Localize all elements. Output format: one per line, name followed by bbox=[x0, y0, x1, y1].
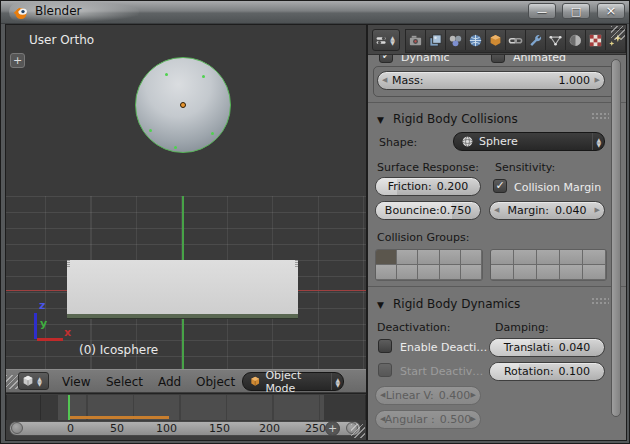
bounciness-slider[interactable]: Bouncine: 0.750 bbox=[375, 201, 481, 220]
rotation-label: Rotation: bbox=[504, 365, 554, 378]
3d-viewport[interactable]: User Ortho + z y x (0) Icosphere bbox=[6, 25, 366, 369]
group-toggle[interactable] bbox=[560, 265, 583, 280]
dynamics-panel-title: Rigid Body Dynamics bbox=[393, 297, 520, 311]
group-toggle[interactable] bbox=[514, 265, 537, 280]
tab-constraints[interactable] bbox=[506, 30, 526, 50]
titlebar[interactable]: Blender — □ × bbox=[1, 1, 630, 24]
tab-material[interactable] bbox=[566, 30, 586, 50]
group-toggle[interactable] bbox=[397, 250, 418, 265]
increment-icon: ▶ bbox=[471, 415, 476, 423]
group-toggle[interactable] bbox=[514, 250, 537, 265]
damping-label: Damping: bbox=[495, 321, 549, 334]
group-toggle[interactable] bbox=[461, 265, 482, 280]
tick-label: 150 bbox=[209, 422, 230, 435]
tab-scene[interactable] bbox=[446, 30, 466, 50]
editor-type-button[interactable]: ▲▼ bbox=[18, 372, 49, 390]
dynamics-panel-header[interactable]: ▼ Rigid Body Dynamics bbox=[377, 293, 617, 307]
group-toggle[interactable] bbox=[440, 265, 461, 280]
menu-add[interactable]: Add bbox=[158, 375, 181, 389]
panel-grip-icon[interactable] bbox=[591, 297, 609, 304]
group-toggle[interactable] bbox=[376, 265, 397, 280]
group-toggle[interactable] bbox=[537, 250, 560, 265]
mode-selector-label: Object Mode bbox=[265, 369, 331, 395]
world-icon bbox=[468, 33, 483, 48]
angular-velocity-label: Angular : bbox=[385, 413, 435, 426]
deactivation-label: Deactivation: bbox=[377, 321, 450, 334]
area-corner-widget[interactable] bbox=[611, 26, 625, 40]
group-toggle-active[interactable] bbox=[376, 250, 397, 265]
timeline-add-button[interactable]: + bbox=[325, 421, 340, 436]
linear-velocity-label: Linear V: bbox=[386, 389, 434, 402]
group-toggle[interactable] bbox=[461, 250, 482, 265]
separator bbox=[368, 286, 626, 287]
maximize-button[interactable]: □ bbox=[562, 3, 590, 19]
angular-velocity-field[interactable]: ◀ Angular : 0.500 ▶ bbox=[375, 410, 481, 429]
tab-render[interactable] bbox=[406, 30, 426, 50]
collision-margin-label: Collision Margin bbox=[514, 181, 601, 194]
sensitivity-label: Sensitivity: bbox=[495, 161, 555, 174]
menu-object[interactable]: Object bbox=[196, 375, 235, 389]
close-button[interactable]: × bbox=[597, 3, 625, 19]
animated-checkbox[interactable] bbox=[491, 55, 505, 63]
friction-slider[interactable]: Friction: 0.200 bbox=[375, 177, 481, 196]
collisions-panel-header[interactable]: ▼ Rigid Body Collisions bbox=[377, 108, 617, 122]
group-toggle[interactable] bbox=[583, 250, 606, 265]
physics-panel-content: ✓ Dynamic Animated ◀ Mass: 1.000 ▶ ▼ Rig… bbox=[368, 55, 626, 440]
start-deactivated-checkbox[interactable] bbox=[378, 363, 392, 377]
expand-region-button[interactable]: + bbox=[10, 53, 25, 68]
playhead[interactable] bbox=[68, 395, 70, 420]
group-toggle[interactable] bbox=[583, 265, 606, 280]
increment-icon: ▶ bbox=[595, 206, 600, 214]
tab-world[interactable] bbox=[466, 30, 486, 50]
3d-view-editor-icon bbox=[21, 374, 35, 388]
properties-scrollbar[interactable] bbox=[611, 59, 621, 417]
group-toggle[interactable] bbox=[418, 265, 439, 280]
group-toggle[interactable] bbox=[491, 265, 514, 280]
tab-object[interactable] bbox=[486, 30, 506, 50]
translation-label: Translati: bbox=[504, 341, 554, 354]
mode-selector[interactable]: Object Mode ▲▼ bbox=[242, 372, 344, 391]
translation-value: 0.040 bbox=[559, 341, 591, 354]
group-toggle[interactable] bbox=[418, 250, 439, 265]
dynamic-checkbox[interactable]: ✓ bbox=[379, 55, 393, 63]
mass-field[interactable]: ◀ Mass: 1.000 ▶ bbox=[377, 71, 605, 90]
tab-texture[interactable] bbox=[586, 30, 606, 50]
panel-grip-icon[interactable] bbox=[591, 112, 609, 119]
timeline-track[interactable] bbox=[6, 395, 366, 420]
translation-damping-slider[interactable]: Translati: 0.040 bbox=[489, 338, 605, 357]
group-toggle[interactable] bbox=[440, 250, 461, 265]
constraints-icon bbox=[508, 33, 523, 48]
check-icon: ✓ bbox=[381, 55, 390, 62]
editor-type-button[interactable]: ▲▼ bbox=[372, 29, 400, 51]
shape-value: Sphere bbox=[479, 135, 518, 148]
shape-dropdown[interactable]: Sphere ▲▼ bbox=[453, 132, 605, 151]
timeline-editor[interactable]: 0 50 100 150 200 250 + bbox=[6, 393, 366, 440]
tick-label: 200 bbox=[259, 422, 280, 435]
gizmo-y-label: y bbox=[40, 317, 47, 330]
group-toggle[interactable] bbox=[491, 250, 514, 265]
area-corner-widget[interactable] bbox=[351, 424, 365, 438]
ground-plane-object[interactable] bbox=[67, 260, 298, 319]
margin-field[interactable]: ◀ Margin: 0.040 ▶ bbox=[489, 201, 605, 220]
group-toggle[interactable] bbox=[560, 250, 583, 265]
tab-render-layers[interactable] bbox=[426, 30, 446, 50]
decrement-icon: ◀ bbox=[380, 415, 385, 423]
tab-object-data[interactable] bbox=[546, 30, 566, 50]
object-mode-cube-icon bbox=[249, 375, 261, 388]
menu-view[interactable]: View bbox=[62, 375, 90, 389]
scene-icon bbox=[448, 33, 463, 48]
linear-velocity-field[interactable]: ◀ Linear V: 0.400 ▶ bbox=[375, 386, 481, 405]
properties-editor: ▲▼ bbox=[368, 25, 626, 440]
collision-margin-checkbox[interactable]: ✓ bbox=[493, 179, 507, 193]
gizmo-x-axis bbox=[37, 338, 63, 341]
rotation-damping-slider[interactable]: Rotation: 0.100 bbox=[489, 362, 605, 381]
group-toggle[interactable] bbox=[537, 265, 560, 280]
render-layers-icon bbox=[428, 33, 443, 48]
minimize-button[interactable]: — bbox=[528, 3, 556, 19]
group-toggle[interactable] bbox=[397, 265, 418, 280]
scrollbar-left-handle[interactable] bbox=[11, 422, 23, 434]
tab-modifiers[interactable] bbox=[526, 30, 546, 50]
blender-window: Blender — □ × User Ortho + z y x (0) Ico… bbox=[0, 0, 630, 444]
menu-select[interactable]: Select bbox=[106, 375, 143, 389]
enable-deactivation-checkbox[interactable] bbox=[378, 339, 392, 353]
